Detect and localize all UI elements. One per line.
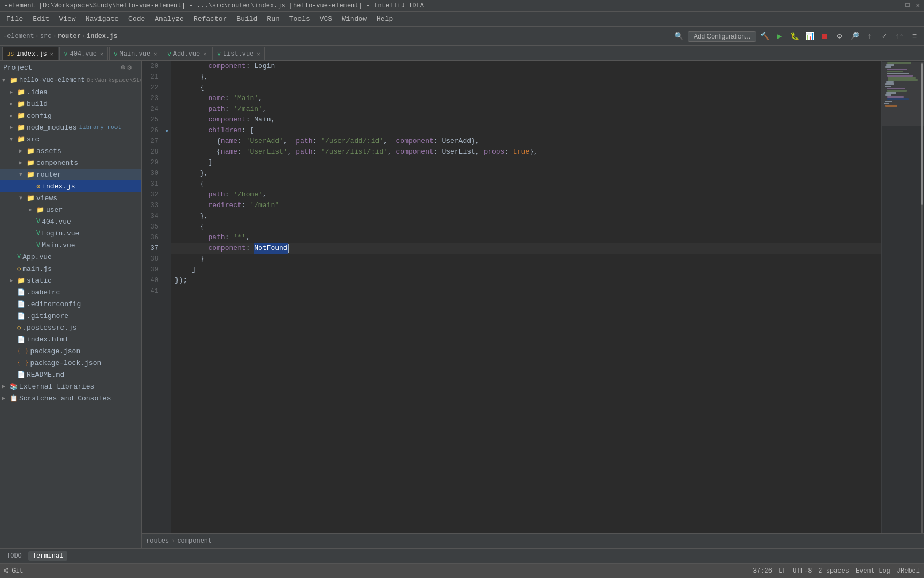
more-tools-btn[interactable]: ≡ bbox=[908, 30, 921, 43]
search-btn[interactable]: 🔎 bbox=[848, 30, 861, 43]
tab-addvue-close[interactable]: ✕ bbox=[203, 51, 206, 57]
stop-btn[interactable]: ⏹ bbox=[818, 30, 831, 43]
tab-404vue-close[interactable]: ✕ bbox=[100, 51, 103, 57]
mini-2 bbox=[886, 64, 894, 66]
tool-tab-todo[interactable]: TODO bbox=[2, 551, 26, 561]
bc-routes[interactable]: routes bbox=[146, 537, 169, 545]
menu-build[interactable]: Build bbox=[232, 14, 261, 24]
menu-file[interactable]: File bbox=[2, 14, 27, 24]
vcs-push-btn[interactable]: ↑↑ bbox=[893, 30, 906, 43]
vcs-commit-btn[interactable]: ✓ bbox=[878, 30, 891, 43]
tab-mainvue[interactable]: V Main.vue ✕ bbox=[109, 47, 161, 60]
bc-component[interactable]: component bbox=[177, 537, 212, 545]
router-arrow: ▼ bbox=[19, 172, 27, 178]
run-with-coverage-btn[interactable]: 📊 bbox=[803, 30, 816, 43]
sidebar-item-readme[interactable]: 📄 README.md bbox=[0, 369, 141, 381]
sidebar-item-loginvue[interactable]: V Login.vue bbox=[0, 227, 141, 239]
menu-view[interactable]: View bbox=[55, 14, 80, 24]
mini-8 bbox=[888, 77, 916, 79]
sidebar-item-packagejson[interactable]: { } package.json bbox=[0, 345, 141, 357]
settings-btn[interactable]: ⚙ bbox=[833, 30, 846, 43]
tab-addvue-label: Add.vue bbox=[173, 50, 200, 58]
sidebar-scope-btn[interactable]: ⊕ bbox=[121, 63, 126, 72]
sidebar-item-babelrc[interactable]: 📄 .babelrc bbox=[0, 286, 141, 298]
ln-30: 30 bbox=[142, 168, 158, 179]
sidebar-item-build[interactable]: ▶ 📁 build bbox=[0, 98, 141, 110]
menu-navigate[interactable]: Navigate bbox=[81, 14, 123, 24]
sidebar-item-router[interactable]: ▼ 📁 router bbox=[0, 169, 141, 180]
sidebar-item-editorconfig[interactable]: 📄 .editorconfig bbox=[0, 298, 141, 310]
minimize-btn[interactable]: ─ bbox=[895, 2, 899, 10]
sidebar-item-static[interactable]: ▶ 📁 static bbox=[0, 275, 141, 286]
ln-24: 24 bbox=[142, 104, 158, 115]
tab-indexjs-close[interactable]: ✕ bbox=[50, 51, 53, 57]
menu-refactor[interactable]: Refactor bbox=[189, 14, 231, 24]
breadcrumb-router[interactable]: router bbox=[58, 33, 81, 40]
sidebar-item-views[interactable]: ▼ 📁 views bbox=[0, 192, 141, 204]
sidebar-item-mainjs[interactable]: ⚙ main.js bbox=[0, 263, 141, 275]
menu-edit[interactable]: Edit bbox=[28, 14, 53, 24]
sidebar-item-scratches[interactable]: ▶ 📋 Scratches and Consoles bbox=[0, 392, 141, 404]
vcs-update-btn[interactable]: ↑ bbox=[863, 30, 876, 43]
status-cursor[interactable]: 37:26 bbox=[753, 567, 772, 575]
sidebar-item-appvue[interactable]: V App.vue bbox=[0, 251, 141, 263]
sidebar-item-idea[interactable]: ▶ 📁 .idea bbox=[0, 86, 141, 98]
build-btn[interactable]: 🔨 bbox=[758, 30, 771, 43]
tab-404vue[interactable]: V 404.vue ✕ bbox=[59, 47, 108, 60]
sidebar-item-config[interactable]: ▶ 📁 config bbox=[0, 110, 141, 121]
close-btn[interactable]: ✕ bbox=[916, 2, 920, 10]
sidebar-item-indexjs[interactable]: ⚙ index.js bbox=[0, 180, 141, 192]
maximize-btn[interactable]: □ bbox=[906, 2, 910, 10]
sidebar-item-packagelockjson[interactable]: { } package-lock.json bbox=[0, 357, 141, 369]
menu-window[interactable]: Window bbox=[337, 14, 371, 24]
status-git[interactable]: ⑆ Git bbox=[4, 567, 24, 575]
sidebar-item-router-label: router bbox=[36, 171, 61, 179]
run-btn[interactable]: ▶ bbox=[773, 30, 786, 43]
sidebar-item-mainvue[interactable]: V Main.vue bbox=[0, 239, 141, 251]
tab-mainvue-close[interactable]: ✕ bbox=[153, 51, 157, 57]
breadcrumb-indexjs[interactable]: index.js bbox=[87, 33, 118, 40]
status-indent[interactable]: 2 spaces bbox=[818, 567, 849, 575]
sidebar-item-404vue[interactable]: V 404.vue bbox=[0, 216, 141, 227]
menu-vcs[interactable]: VCS bbox=[315, 14, 336, 24]
assets-arrow: ▶ bbox=[19, 148, 27, 154]
tab-listvue-close[interactable]: ✕ bbox=[257, 51, 260, 57]
code-line-23: name: 'Main', bbox=[171, 93, 881, 104]
code-editor[interactable]: component: Login }, { name: 'Main', bbox=[171, 61, 881, 533]
sidebar-item-components[interactable]: ▶ 📁 components bbox=[0, 157, 141, 169]
menu-help[interactable]: Help bbox=[372, 14, 397, 24]
status-encoding[interactable]: UTF-8 bbox=[792, 567, 812, 575]
sidebar-settings-btn[interactable]: ⚙ bbox=[127, 63, 132, 72]
sidebar-item-node-modules[interactable]: ▶ 📁 node_modules library root bbox=[0, 121, 141, 133]
breadcrumb-element[interactable]: -element bbox=[3, 33, 34, 40]
sidebar-item-indexhtml[interactable]: 📄 index.html bbox=[0, 333, 141, 345]
status-jrebel[interactable]: JRebel bbox=[897, 567, 920, 575]
sidebar-item-assets[interactable]: ▶ 📁 assets bbox=[0, 145, 141, 157]
code-line-36: path: '*', bbox=[171, 232, 881, 243]
sidebar-item-src[interactable]: ▼ 📁 src bbox=[0, 133, 141, 145]
tool-tab-terminal[interactable]: Terminal bbox=[28, 551, 68, 561]
sidebar-collapse-btn[interactable]: — bbox=[134, 63, 138, 72]
sidebar-item-external-libs[interactable]: ▶ 📚 External Libraries bbox=[0, 381, 141, 392]
sidebar-item-gitignore[interactable]: 📄 .gitignore bbox=[0, 310, 141, 322]
sidebar-item-user[interactable]: ▶ 📁 user bbox=[0, 204, 141, 216]
gutter-32 bbox=[163, 189, 171, 200]
menu-run[interactable]: Run bbox=[263, 14, 283, 24]
menu-analyze[interactable]: Analyze bbox=[150, 14, 188, 24]
menu-code[interactable]: Code bbox=[124, 14, 149, 24]
status-event-log[interactable]: Event Log bbox=[856, 567, 890, 575]
add-configuration-button[interactable]: Add Configuration... bbox=[688, 31, 756, 42]
status-lf[interactable]: LF bbox=[779, 567, 786, 575]
tab-listvue[interactable]: V List.vue ✕ bbox=[212, 47, 265, 60]
search-everywhere-btn[interactable]: 🔍 bbox=[673, 30, 686, 43]
project-root[interactable]: ▼ 📁 hello-vue-element D:\Workspace\Study… bbox=[0, 74, 141, 86]
file-icon-html: 📄 bbox=[17, 336, 25, 344]
breadcrumb-src[interactable]: src bbox=[40, 33, 52, 40]
tab-addvue[interactable]: V Add.vue ✕ bbox=[163, 47, 211, 60]
tab-indexjs[interactable]: JS index.js ✕ bbox=[2, 47, 58, 60]
ln-29: 29 bbox=[142, 157, 158, 168]
code-content[interactable]: 20 21 22 23 24 25 26 27 28 29 30 31 32 3… bbox=[142, 61, 924, 533]
debug-btn[interactable]: 🐛 bbox=[788, 30, 801, 43]
menu-tools[interactable]: Tools bbox=[285, 14, 314, 24]
sidebar-item-postcssrc[interactable]: ⚙ .postcssrc.js bbox=[0, 322, 141, 333]
